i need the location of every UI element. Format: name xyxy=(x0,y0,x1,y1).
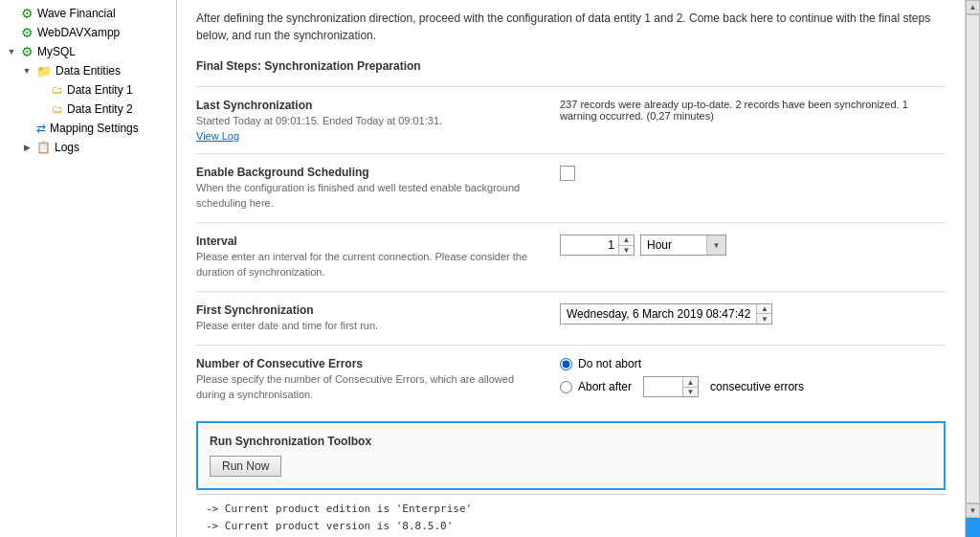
expand-icon xyxy=(19,121,34,136)
sidebar-label: Data Entity 1 xyxy=(67,83,133,97)
abort-spinbox-up-btn[interactable]: ▲ xyxy=(683,377,698,388)
last-sync-desc: Started Today at 09:01:15. Ended Today a… xyxy=(196,114,541,128)
date-up-btn[interactable]: ▲ xyxy=(757,304,771,315)
abort-after-spinbox[interactable]: ▲ ▼ xyxy=(643,376,699,397)
expand-icon xyxy=(4,25,19,40)
radio-item-abort-after: Abort after ▲ ▼ consecutive errors xyxy=(560,376,804,397)
last-sync-section: Last Synchronization Started Today at 09… xyxy=(196,86,946,153)
scroll-down-arrow[interactable]: ▼ xyxy=(966,503,980,518)
sync-status-text: 237 records were already up-to-date. 2 r… xyxy=(560,99,946,122)
expand-icon xyxy=(34,101,50,117)
interval-input[interactable] xyxy=(561,235,618,255)
folder-icon: 📁 xyxy=(36,64,52,78)
first-sync-desc: Please enter date and time for first run… xyxy=(196,319,541,333)
interval-spinbox[interactable]: ▲ ▼ xyxy=(560,235,635,256)
first-sync-section: First Synchronization Please enter date … xyxy=(196,291,946,345)
do-not-abort-radio[interactable] xyxy=(560,358,572,370)
scroll-up-arrow[interactable]: ▲ xyxy=(966,0,980,14)
sidebar-label: MySQL xyxy=(37,45,76,58)
toolbox-section: Run Synchronization Toolbox Run Now xyxy=(196,421,946,490)
abort-after-label: Abort after xyxy=(578,380,632,393)
view-log-link[interactable]: View Log xyxy=(196,130,541,142)
date-down-btn[interactable]: ▼ xyxy=(757,314,771,324)
interval-title: Interval xyxy=(196,235,541,248)
log-icon: 📋 xyxy=(36,141,51,154)
interval-unit-label: Hour xyxy=(641,238,706,252)
do-not-abort-label: Do not abort xyxy=(578,357,641,370)
expand-icon xyxy=(34,82,50,98)
table-icon: 🗂 xyxy=(52,102,63,116)
sidebar-label: Wave Financial xyxy=(37,7,116,20)
scrollbar-track[interactable] xyxy=(966,14,980,503)
first-sync-date-picker[interactable]: Wednesday, 6 March 2019 08:47:42 ▲ ▼ xyxy=(560,303,772,324)
sidebar: ⚙ Wave Financial ⚙ WebDAVXampp ▼ ⚙ MySQL… xyxy=(0,0,177,537)
enable-bg-title: Enable Background Scheduling xyxy=(196,166,541,179)
log-line-1: -> Current product edition is 'Enterpris… xyxy=(206,501,936,518)
consecutive-errors-radio-group: Do not abort Abort after ▲ ▼ consecutive… xyxy=(560,357,804,397)
sidebar-label: Data Entities xyxy=(56,64,121,78)
first-sync-title: First Synchronization xyxy=(196,303,541,317)
spinbox-buttons: ▲ ▼ xyxy=(618,235,634,255)
consecutive-errors-section: Number of Consecutive Errors Please spec… xyxy=(196,345,946,414)
sidebar-label: Logs xyxy=(55,141,79,154)
sidebar-item-logs[interactable]: ▶ 📋 Logs xyxy=(0,138,176,157)
consecutive-errors-title: Number of Consecutive Errors xyxy=(196,357,541,370)
abort-after-radio[interactable] xyxy=(560,381,572,393)
blue-action-button[interactable] xyxy=(966,518,980,537)
interval-desc: Please enter an interval for the current… xyxy=(196,250,541,280)
radio-item-do-not-abort: Do not abort xyxy=(560,357,804,370)
db-icon: ⚙ xyxy=(21,44,33,59)
toolbox-title: Run Synchronization Toolbox xyxy=(210,435,932,448)
table-icon: 🗂 xyxy=(52,83,63,97)
log-line-2: -> Current product version is '8.8.5.0' xyxy=(206,518,936,535)
sidebar-label: WebDAVXampp xyxy=(37,26,120,39)
main-content: After defining the synchronization direc… xyxy=(177,0,965,537)
log-output: -> Current product edition is 'Enterpris… xyxy=(196,494,946,537)
map-icon: ⇄ xyxy=(36,122,46,135)
expand-icon xyxy=(4,6,19,21)
collapse-icon[interactable]: ▼ xyxy=(19,63,34,78)
last-sync-title: Last Synchronization xyxy=(196,99,541,112)
spinbox-up-btn[interactable]: ▲ xyxy=(619,235,634,246)
interval-unit-dropdown[interactable]: Hour ▼ xyxy=(640,235,726,256)
sidebar-item-webdavxampp[interactable]: ⚙ WebDAVXampp xyxy=(0,23,176,42)
abort-spinbox-down-btn[interactable]: ▼ xyxy=(683,388,698,397)
abort-spinbox-buttons: ▲ ▼ xyxy=(682,377,698,396)
expand-icon[interactable]: ▶ xyxy=(19,140,34,155)
run-now-button[interactable]: Run Now xyxy=(210,456,281,477)
db-icon: ⚙ xyxy=(21,25,33,40)
date-picker-value: Wednesday, 6 March 2019 08:47:42 xyxy=(561,307,756,321)
final-steps-title: Final Steps: Synchronization Preparation xyxy=(196,59,946,73)
date-picker-buttons: ▲ ▼ xyxy=(756,304,771,324)
sidebar-item-data-entity-1[interactable]: 🗂 Data Entity 1 xyxy=(0,80,176,100)
db-icon: ⚙ xyxy=(21,6,33,21)
enable-bg-checkbox[interactable] xyxy=(560,166,575,181)
sidebar-label: Data Entity 2 xyxy=(67,102,133,116)
right-scrollbar: ▲ ▼ xyxy=(965,0,980,537)
abort-after-input[interactable] xyxy=(644,377,682,396)
interval-section: Interval Please enter an interval for th… xyxy=(196,222,946,291)
sidebar-item-mysql[interactable]: ▼ ⚙ MySQL xyxy=(0,42,176,61)
sidebar-item-data-entity-2[interactable]: 🗂 Data Entity 2 xyxy=(0,100,176,119)
dropdown-arrow-icon: ▼ xyxy=(706,235,725,255)
sidebar-item-wave-financial[interactable]: ⚙ Wave Financial xyxy=(0,4,176,23)
enable-bg-desc: When the configuration is finished and w… xyxy=(196,181,541,211)
intro-text: After defining the synchronization direc… xyxy=(196,10,946,44)
collapse-icon[interactable]: ▼ xyxy=(4,44,19,59)
consecutive-errors-desc: Please specify the number of Consecutive… xyxy=(196,372,541,402)
sidebar-item-mapping-settings[interactable]: ⇄ Mapping Settings xyxy=(0,119,176,138)
consecutive-errors-suffix: consecutive errors xyxy=(710,380,804,393)
sidebar-item-data-entities[interactable]: ▼ 📁 Data Entities xyxy=(0,61,176,80)
spinbox-down-btn[interactable]: ▼ xyxy=(619,246,634,256)
enable-bg-section: Enable Background Scheduling When the co… xyxy=(196,153,946,222)
sidebar-label: Mapping Settings xyxy=(50,122,139,135)
